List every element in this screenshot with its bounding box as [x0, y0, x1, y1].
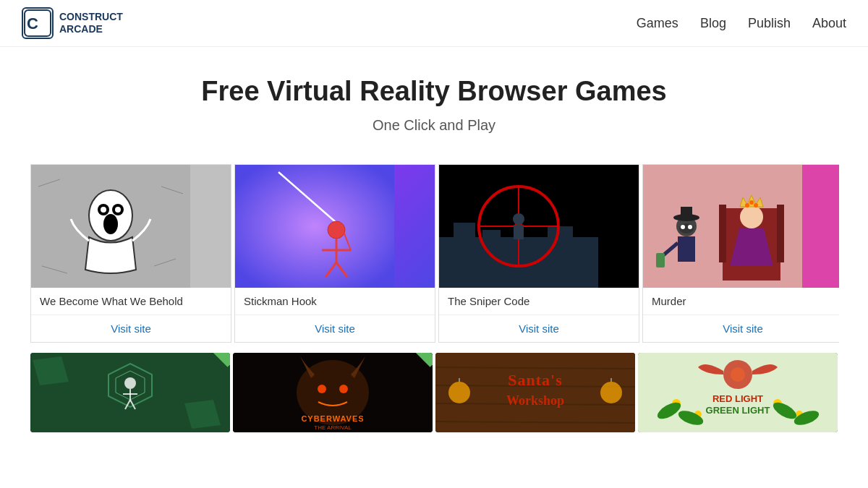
logo-text: CONSTRUCT ARCADE [59, 11, 123, 35]
game-title-1: We Become What We Behold [40, 295, 222, 307]
svg-point-7 [115, 207, 121, 213]
games-row-1: We Become What We Behold Visit site [29, 163, 839, 344]
svg-rect-48 [656, 253, 665, 267]
game-info-2: Stickman Hook [235, 288, 435, 314]
svg-rect-35 [719, 205, 726, 262]
svg-rect-23 [454, 223, 475, 288]
svg-text:CYBERWAVES: CYBERWAVES [301, 414, 364, 423]
preview-row: PREVIEW CYBERWAVES THE ARRIVAL PREVIEW [0, 344, 868, 434]
svg-rect-25 [548, 226, 573, 288]
visit-site-4[interactable]: Visit site [643, 314, 839, 342]
svg-point-6 [101, 207, 106, 213]
preview-card-4[interactable]: RED LIGHT GREEN LIGHT [638, 353, 838, 432]
game-card-2: Stickman Hook Visit site [234, 164, 435, 343]
svg-point-55 [124, 377, 136, 389]
game-card-3: The Sniper Code Visit site [438, 164, 639, 343]
game-info-1: We Become What We Behold [31, 288, 231, 314]
game-title-3: The Sniper Code [448, 295, 630, 307]
nav-publish[interactable]: Publish [748, 16, 791, 31]
game-info-4: Murder [643, 288, 839, 314]
nav-blog[interactable]: Blog [700, 16, 726, 31]
nav-about[interactable]: About [812, 16, 846, 31]
svg-text:Santa's: Santa's [508, 371, 562, 389]
logo-icon: C [22, 7, 54, 39]
svg-text:Workshop: Workshop [506, 393, 564, 408]
svg-point-77 [600, 382, 622, 403]
game-thumb-4 [643, 165, 839, 288]
svg-text:THE ARRIVAL: THE ARRIVAL [314, 424, 352, 431]
visit-site-2[interactable]: Visit site [235, 314, 435, 342]
svg-point-40 [754, 203, 758, 207]
hero-title: Free Virtual Reality Browser Games [14, 76, 854, 107]
game-title-4: Murder [652, 295, 834, 307]
hero-section: Free Virtual Reality Browser Games One C… [0, 47, 868, 148]
svg-point-30 [513, 213, 524, 225]
svg-point-39 [745, 203, 749, 207]
svg-point-8 [103, 214, 118, 234]
svg-point-41 [749, 200, 754, 205]
preview-card-2[interactable]: CYBERWAVES THE ARRIVAL PREVIEW [233, 353, 433, 432]
hero-subtitle: One Click and Play [14, 117, 854, 134]
game-thumb-2 [235, 165, 435, 288]
svg-text:C: C [27, 14, 38, 33]
visit-site-3[interactable]: Visit site [439, 314, 639, 342]
svg-rect-45 [681, 207, 692, 219]
game-thumb-3 [439, 165, 639, 288]
game-title-2: Stickman Hook [244, 295, 426, 307]
preview-card-1[interactable]: PREVIEW [30, 353, 230, 432]
games-section: We Become What We Behold Visit site [0, 148, 868, 344]
game-card-4: Murder Visit site [642, 164, 839, 343]
svg-point-65 [339, 385, 348, 393]
game-card-1: We Become What We Behold Visit site [30, 164, 231, 343]
svg-text:RED LIGHT: RED LIGHT [712, 393, 763, 404]
main-nav: Games Blog Publish About [637, 16, 846, 31]
site-header: C CONSTRUCT ARCADE Games Blog Publish Ab… [0, 0, 868, 47]
svg-point-64 [318, 385, 326, 393]
svg-rect-31 [514, 225, 524, 239]
preview-card-3[interactable]: Santa's Workshop [435, 353, 635, 432]
logo-link[interactable]: C CONSTRUCT ARCADE [22, 7, 123, 39]
svg-point-51 [688, 225, 692, 229]
nav-games[interactable]: Games [637, 16, 678, 31]
svg-text:GREEN LIGHT: GREEN LIGHT [706, 405, 770, 416]
svg-point-37 [740, 205, 763, 228]
game-thumb-1 [31, 165, 231, 288]
visit-site-1[interactable]: Visit site [31, 314, 231, 342]
svg-rect-46 [678, 236, 695, 262]
svg-rect-36 [777, 205, 784, 262]
game-info-3: The Sniper Code [439, 288, 639, 314]
svg-rect-13 [235, 165, 394, 288]
svg-point-50 [681, 225, 685, 229]
svg-point-76 [448, 382, 470, 403]
